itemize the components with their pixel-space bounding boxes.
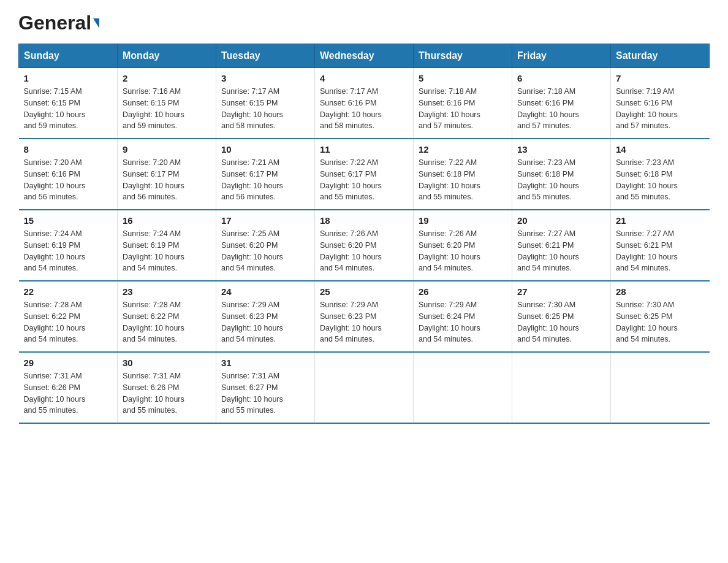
calendar-cell: 13 Sunrise: 7:23 AM Sunset: 6:18 PM Dayl… [512,139,611,210]
day-number: 15 [24,215,113,226]
day-info: Sunrise: 7:21 AM Sunset: 6:17 PM Dayligh… [221,157,309,203]
weekday-header-friday: Friday [512,44,611,68]
page-header: General [18,12,710,31]
day-info: Sunrise: 7:26 AM Sunset: 6:20 PM Dayligh… [320,228,408,274]
day-info: Sunrise: 7:25 AM Sunset: 6:20 PM Dayligh… [221,228,309,274]
calendar-week-row: 15 Sunrise: 7:24 AM Sunset: 6:19 PM Dayl… [19,210,710,281]
day-number: 29 [24,358,113,368]
day-number: 12 [419,144,507,155]
day-info: Sunrise: 7:20 AM Sunset: 6:16 PM Dayligh… [24,157,113,203]
day-number: 24 [221,286,309,297]
day-number: 7 [616,73,705,83]
day-info: Sunrise: 7:28 AM Sunset: 6:22 PM Dayligh… [24,299,113,345]
day-info: Sunrise: 7:29 AM Sunset: 6:23 PM Dayligh… [320,299,408,345]
day-number: 23 [123,286,211,297]
logo-arrow-icon [93,18,99,28]
day-info: Sunrise: 7:16 AM Sunset: 6:15 PM Dayligh… [123,86,211,132]
calendar-cell: 3 Sunrise: 7:17 AM Sunset: 6:15 PM Dayli… [216,68,315,139]
calendar-cell: 17 Sunrise: 7:25 AM Sunset: 6:20 PM Dayl… [216,210,315,281]
calendar-cell: 10 Sunrise: 7:21 AM Sunset: 6:17 PM Dayl… [216,139,315,210]
day-number: 14 [616,144,705,155]
calendar-week-row: 1 Sunrise: 7:15 AM Sunset: 6:15 PM Dayli… [19,68,710,139]
calendar-cell: 23 Sunrise: 7:28 AM Sunset: 6:22 PM Dayl… [118,281,216,352]
day-number: 28 [616,286,705,297]
day-info: Sunrise: 7:17 AM Sunset: 6:15 PM Dayligh… [221,86,309,132]
day-number: 20 [517,215,605,226]
day-info: Sunrise: 7:30 AM Sunset: 6:25 PM Dayligh… [616,299,705,345]
day-info: Sunrise: 7:19 AM Sunset: 6:16 PM Dayligh… [616,86,705,132]
day-number: 19 [419,215,507,226]
calendar-cell: 15 Sunrise: 7:24 AM Sunset: 6:19 PM Dayl… [19,210,118,281]
day-number: 2 [123,73,211,83]
calendar-cell: 21 Sunrise: 7:27 AM Sunset: 6:21 PM Dayl… [611,210,710,281]
calendar-cell: 8 Sunrise: 7:20 AM Sunset: 6:16 PM Dayli… [19,139,118,210]
calendar-cell: 2 Sunrise: 7:16 AM Sunset: 6:15 PM Dayli… [118,68,216,139]
day-number: 26 [419,286,507,297]
calendar-cell: 24 Sunrise: 7:29 AM Sunset: 6:23 PM Dayl… [216,281,315,352]
calendar-cell: 1 Sunrise: 7:15 AM Sunset: 6:15 PM Dayli… [19,68,118,139]
day-info: Sunrise: 7:29 AM Sunset: 6:23 PM Dayligh… [221,299,309,345]
day-number: 10 [221,144,309,155]
day-info: Sunrise: 7:29 AM Sunset: 6:24 PM Dayligh… [419,299,507,345]
weekday-header-row: SundayMondayTuesdayWednesdayThursdayFrid… [19,44,710,68]
day-number: 13 [517,144,605,155]
calendar-table: SundayMondayTuesdayWednesdayThursdayFrid… [18,44,710,424]
calendar-cell [512,352,611,423]
calendar-cell: 4 Sunrise: 7:17 AM Sunset: 6:16 PM Dayli… [315,68,414,139]
day-info: Sunrise: 7:20 AM Sunset: 6:17 PM Dayligh… [123,157,211,203]
day-number: 27 [517,286,605,297]
calendar-cell: 26 Sunrise: 7:29 AM Sunset: 6:24 PM Dayl… [414,281,512,352]
day-number: 8 [24,144,113,155]
day-info: Sunrise: 7:31 AM Sunset: 6:27 PM Dayligh… [221,370,309,416]
day-info: Sunrise: 7:28 AM Sunset: 6:22 PM Dayligh… [123,299,211,345]
calendar-cell: 7 Sunrise: 7:19 AM Sunset: 6:16 PM Dayli… [611,68,710,139]
day-number: 25 [320,286,408,297]
weekday-header-sunday: Sunday [19,44,118,68]
calendar-cell: 31 Sunrise: 7:31 AM Sunset: 6:27 PM Dayl… [216,352,315,423]
calendar-cell [315,352,414,423]
day-info: Sunrise: 7:18 AM Sunset: 6:16 PM Dayligh… [517,86,605,132]
day-info: Sunrise: 7:31 AM Sunset: 6:26 PM Dayligh… [24,370,113,416]
day-info: Sunrise: 7:17 AM Sunset: 6:16 PM Dayligh… [320,86,408,132]
day-info: Sunrise: 7:24 AM Sunset: 6:19 PM Dayligh… [24,228,113,274]
day-info: Sunrise: 7:26 AM Sunset: 6:20 PM Dayligh… [419,228,507,274]
calendar-cell: 9 Sunrise: 7:20 AM Sunset: 6:17 PM Dayli… [118,139,216,210]
calendar-cell [611,352,710,423]
day-number: 9 [123,144,211,155]
day-info: Sunrise: 7:18 AM Sunset: 6:16 PM Dayligh… [419,86,507,132]
day-number: 11 [320,144,408,155]
day-info: Sunrise: 7:24 AM Sunset: 6:19 PM Dayligh… [123,228,211,274]
calendar-cell: 29 Sunrise: 7:31 AM Sunset: 6:26 PM Dayl… [19,352,118,423]
day-info: Sunrise: 7:22 AM Sunset: 6:17 PM Dayligh… [320,157,408,203]
day-info: Sunrise: 7:30 AM Sunset: 6:25 PM Dayligh… [517,299,605,345]
calendar-cell: 11 Sunrise: 7:22 AM Sunset: 6:17 PM Dayl… [315,139,414,210]
calendar-cell: 6 Sunrise: 7:18 AM Sunset: 6:16 PM Dayli… [512,68,611,139]
day-info: Sunrise: 7:23 AM Sunset: 6:18 PM Dayligh… [517,157,605,203]
day-number: 4 [320,73,408,83]
calendar-week-row: 22 Sunrise: 7:28 AM Sunset: 6:22 PM Dayl… [19,281,710,352]
logo-general-text: General [18,12,91,34]
calendar-cell: 14 Sunrise: 7:23 AM Sunset: 6:18 PM Dayl… [611,139,710,210]
calendar-cell [414,352,512,423]
calendar-cell: 12 Sunrise: 7:22 AM Sunset: 6:18 PM Dayl… [414,139,512,210]
calendar-cell: 19 Sunrise: 7:26 AM Sunset: 6:20 PM Dayl… [414,210,512,281]
day-number: 5 [419,73,507,83]
day-number: 22 [24,286,113,297]
weekday-header-saturday: Saturday [611,44,710,68]
day-info: Sunrise: 7:27 AM Sunset: 6:21 PM Dayligh… [517,228,605,274]
calendar-cell: 28 Sunrise: 7:30 AM Sunset: 6:25 PM Dayl… [611,281,710,352]
day-info: Sunrise: 7:27 AM Sunset: 6:21 PM Dayligh… [616,228,705,274]
calendar-week-row: 8 Sunrise: 7:20 AM Sunset: 6:16 PM Dayli… [19,139,710,210]
day-number: 21 [616,215,705,226]
calendar-week-row: 29 Sunrise: 7:31 AM Sunset: 6:26 PM Dayl… [19,352,710,423]
day-info: Sunrise: 7:22 AM Sunset: 6:18 PM Dayligh… [419,157,507,203]
day-number: 31 [221,358,309,368]
day-info: Sunrise: 7:31 AM Sunset: 6:26 PM Dayligh… [123,370,211,416]
calendar-cell: 18 Sunrise: 7:26 AM Sunset: 6:20 PM Dayl… [315,210,414,281]
day-number: 17 [221,215,309,226]
weekday-header-thursday: Thursday [414,44,512,68]
weekday-header-wednesday: Wednesday [315,44,414,68]
calendar-cell: 22 Sunrise: 7:28 AM Sunset: 6:22 PM Dayl… [19,281,118,352]
calendar-cell: 30 Sunrise: 7:31 AM Sunset: 6:26 PM Dayl… [118,352,216,423]
day-info: Sunrise: 7:23 AM Sunset: 6:18 PM Dayligh… [616,157,705,203]
